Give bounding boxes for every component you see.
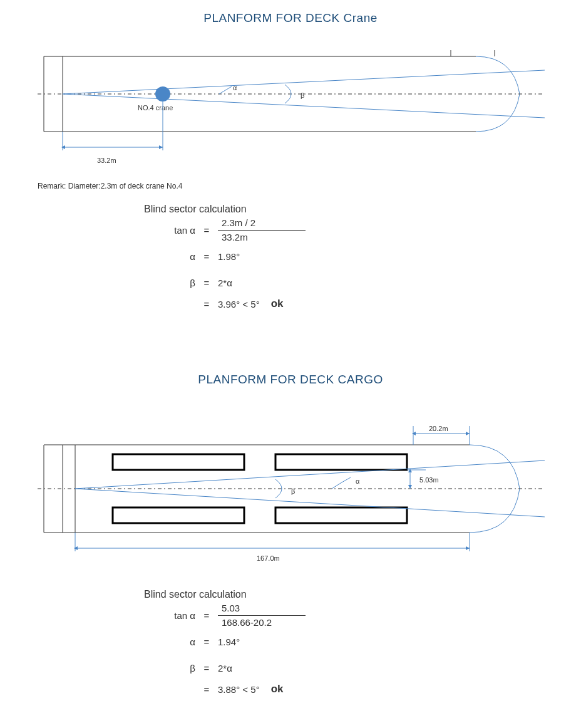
cargo-rect xyxy=(113,507,244,523)
svg-line-18 xyxy=(75,460,545,489)
calc1-alpha-rhs: 1.98° xyxy=(213,251,240,262)
dim-top-label: 20.2m xyxy=(429,426,448,432)
calc1-beta-lhs: β xyxy=(144,278,200,288)
calc1-alpha-lhs: α xyxy=(144,251,200,262)
calc2-tan-lhs: tan α xyxy=(144,610,200,621)
alpha-label-2: α xyxy=(356,477,360,485)
calc2-frac-den: 168.66-20.2 xyxy=(218,616,306,629)
alpha-label-1: α xyxy=(233,84,237,91)
crane-circle xyxy=(155,86,170,101)
diagram-deck-crane: α β NO.4 crane 33.2m xyxy=(38,50,545,175)
cargo-rect xyxy=(275,454,407,470)
cargo-rect xyxy=(113,454,244,470)
section2-title: PLANFORM FOR DECK CARGO xyxy=(0,373,581,387)
section1-title: PLANFORM FOR DECK Crane xyxy=(0,11,581,25)
diagram-deck-cargo: α β 20.2m 5.03m 167.0m xyxy=(38,426,545,570)
cargo-rect xyxy=(275,507,407,523)
crane-id-label: NO.4 crane xyxy=(138,104,173,112)
svg-line-7 xyxy=(63,70,545,94)
calc1-title: Blind sector calculation xyxy=(144,204,306,215)
calc2-title: Blind sector calculation xyxy=(144,589,306,600)
calc1-frac-num: 2.3m / 2 xyxy=(218,217,306,231)
calc1-ok: ok xyxy=(271,298,284,310)
calc2-alpha-rhs: 1.94° xyxy=(213,637,240,647)
calc-block-2: Blind sector calculation tan α = 5.03 16… xyxy=(144,589,306,704)
dim-bottom-label: 167.0m xyxy=(257,554,280,562)
svg-line-19 xyxy=(75,489,545,517)
calc-block-1: Blind sector calculation tan α = 2.3m / … xyxy=(144,204,306,319)
dim-side-label: 5.03m xyxy=(419,476,439,484)
beta-label-1: β xyxy=(301,91,304,99)
remark-text: Remark: Diameter:2.3m of deck crane No.4 xyxy=(38,182,182,190)
beta-label-2: β xyxy=(291,487,295,495)
calc1-frac-den: 33.2m xyxy=(218,231,306,244)
calc2-alpha-lhs: α xyxy=(144,637,200,647)
calc2-frac-num: 5.03 xyxy=(218,602,306,616)
calc2-ok: ok xyxy=(271,683,284,695)
calc2-beta-eq1: 2*α xyxy=(213,663,232,673)
dim-33-label: 33.2m xyxy=(97,157,116,164)
calc2-beta-eq2: 3.88° < 5° xyxy=(218,684,260,695)
calc1-beta-eq2: 3.96° < 5° xyxy=(218,299,260,309)
calc1-tan-lhs: tan α xyxy=(144,225,200,236)
calc1-beta-eq1: 2*α xyxy=(213,278,232,288)
calc2-beta-lhs: β xyxy=(144,663,200,673)
